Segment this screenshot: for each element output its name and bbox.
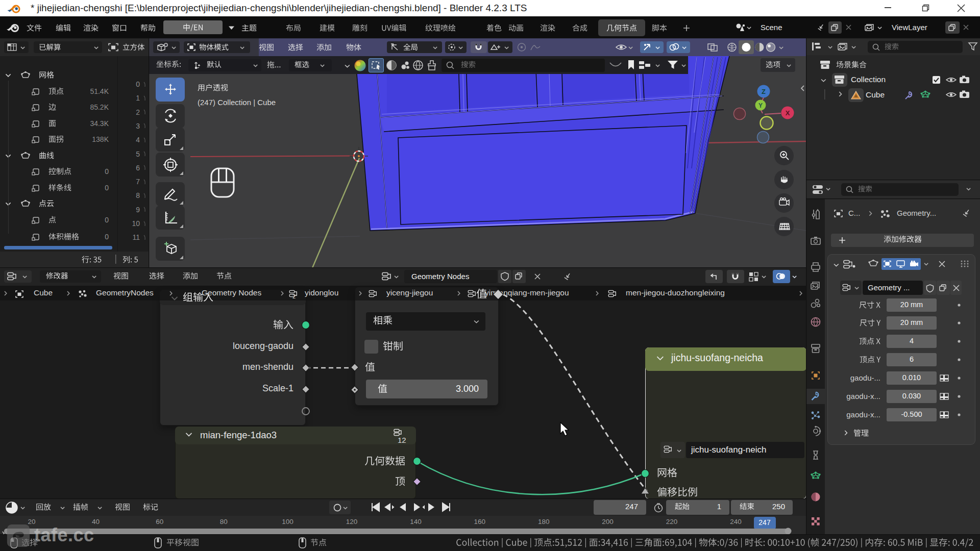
- svg-text:Y: Y: [758, 102, 763, 109]
- svg-text:Z: Z: [762, 88, 766, 95]
- svg-text:X: X: [786, 109, 790, 117]
